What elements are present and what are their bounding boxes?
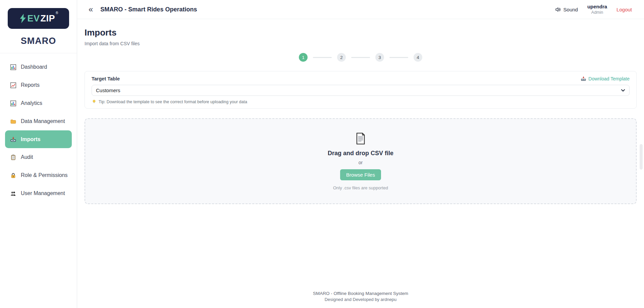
clipboard-icon [10,154,16,161]
page-title: Imports [85,27,637,38]
line-chart-icon [10,82,16,88]
sidebar-item-label: Dashboard [21,64,47,70]
dropzone-title: Drag and drop CSV file [328,150,393,157]
target-table-label: Target Table [92,76,120,81]
app-name: SMARO [0,36,77,46]
topbar: « SMARO - Smart Rides Operations Sound u… [77,0,644,19]
target-table-header-row: Target Table Download Template [92,76,630,81]
import-stepper: 1 2 3 4 [85,53,637,62]
tip-row: Tip: Download the template to see the co… [92,99,630,104]
bar-chart-icon [10,100,16,107]
footer: SMARO - Offline Booking Management Syste… [85,286,637,308]
target-table-select[interactable]: Customers [92,85,630,96]
sidebar: EVZIP® SMARO Dashboard Reports [0,0,77,308]
sidebar-item-imports[interactable]: Imports [5,130,72,148]
evzip-logo: EVZIP® [8,8,69,29]
step-connector [389,57,408,58]
page-subtitle: Import data from CSV files [85,41,637,46]
sidebar-item-audit[interactable]: Audit [0,148,77,166]
users-icon [10,190,16,197]
target-table-select-wrap: Customers [92,85,630,96]
download-tray-icon [581,76,586,81]
dropzone-or-label: or [359,160,363,165]
logout-button[interactable]: Logout [616,7,632,12]
sidebar-item-label: Analytics [21,100,42,106]
sidebar-item-label: Imports [21,136,41,142]
sidebar-item-label: Role & Permissions [21,172,68,178]
footer-line-2: Designed and Developed by ardnepu [85,297,637,303]
footer-line-1: SMARO - Offline Booking Management Syste… [85,290,637,297]
lightning-bolt-icon [19,13,27,23]
speaker-icon [555,6,561,13]
logo-registered-mark: ® [56,11,58,15]
step-2: 2 [337,53,346,62]
scrollbar-thumb[interactable] [640,144,643,170]
content: Imports Import data from CSV files 1 2 3… [77,19,644,308]
sidebar-item-user-management[interactable]: User Management [0,184,77,202]
sidebar-collapse-button[interactable]: « [87,5,94,13]
tip-text: Tip: Download the template to see the co… [99,100,247,104]
user-info: upendra Admin [587,4,607,15]
step-connector [351,57,370,58]
dropzone-hint: Only .csv files are supported [333,185,388,190]
sidebar-item-reports[interactable]: Reports [0,76,77,94]
sidebar-item-label: Data Management [21,118,65,124]
page-head: Imports Import data from CSV files [85,27,637,46]
lightbulb-icon [92,99,97,104]
csv-dropzone[interactable]: Drag and drop CSV file or Browse Files O… [85,118,637,204]
lock-icon [10,172,16,179]
sidebar-item-label: Reports [21,82,40,88]
sidebar-divider [0,53,77,53]
target-table-card: Target Table Download Template Customers [85,71,637,109]
sidebar-item-analytics[interactable]: Analytics [0,94,77,112]
step-1: 1 [299,53,308,62]
main-area: « SMARO - Smart Rides Operations Sound u… [77,0,644,308]
sidebar-item-role-permissions[interactable]: Role & Permissions [0,166,77,184]
bar-chart-icon [10,64,16,70]
inbox-tray-icon [10,136,16,142]
browse-files-button[interactable]: Browse Files [340,169,381,180]
sound-label: Sound [564,7,578,12]
sidebar-item-label: Audit [21,154,33,160]
step-4: 4 [414,53,422,62]
download-template-link[interactable]: Download Template [581,76,630,81]
logo-text-ev: EV [28,13,40,24]
app-window: EVZIP® SMARO Dashboard Reports [0,0,644,308]
logo-text-zip: ZIP [41,13,55,24]
topbar-right: Sound upendra Admin Logout [555,4,632,15]
sidebar-item-data-management[interactable]: Data Management [0,112,77,130]
folder-icon [10,118,16,125]
sidebar-item-label: User Management [21,190,65,196]
step-connector [313,57,332,58]
user-role: Admin [591,10,603,15]
sidebar-nav: Dashboard Reports Analytics [0,58,77,202]
sidebar-item-dashboard[interactable]: Dashboard [0,58,77,76]
topbar-title: SMARO - Smart Rides Operations [100,6,197,13]
user-name: upendra [587,4,607,10]
document-icon [355,132,366,145]
step-3: 3 [375,53,384,62]
download-template-label: Download Template [588,76,630,81]
sound-toggle[interactable]: Sound [555,6,578,13]
